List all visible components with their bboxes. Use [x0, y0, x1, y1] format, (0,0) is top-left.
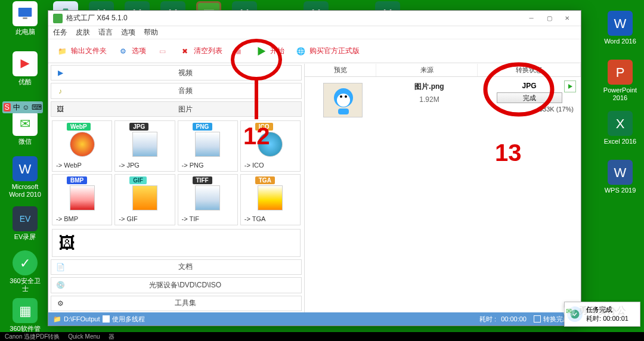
- desktop-icon-pc[interactable]: 此电脑: [7, 1, 43, 36]
- thumb-icon: [258, 132, 283, 157]
- toolbar: 📁输出文件夹 ⚙选项 ▭ ✖清空列表 ◼ 开始 🌐购买官方正式版: [48, 39, 581, 63]
- svg-point-4: [340, 95, 342, 98]
- category-video[interactable]: ▶视频: [51, 65, 302, 80]
- thumb-icon: [70, 132, 95, 157]
- tile-webp[interactable]: WebP-> WebP: [52, 120, 112, 172]
- left-pane: ▶视频 ♪音频 🖼图片 WebP-> WebP JPG-> JPG PNG-> …: [48, 64, 305, 312]
- desktop-icon-360safe[interactable]: ✓360安全卫士: [7, 250, 43, 293]
- tile-png[interactable]: PNG-> PNG: [178, 120, 238, 172]
- desktop-icon-label: Microsoft Word 2010: [7, 183, 43, 199]
- elapsed-value: 00:00:00: [501, 315, 527, 323]
- app-icon: [53, 14, 63, 23]
- tile-tga[interactable]: TGA-> TGA: [240, 174, 301, 225]
- category-tools[interactable]: ⚙工具集: [51, 296, 302, 311]
- output-size: 333K (17%): [480, 106, 578, 113]
- thumb-icon: [195, 185, 220, 210]
- thumb-icon: [70, 185, 95, 210]
- menu-help[interactable]: 帮助: [144, 27, 158, 38]
- elapsed-label: 耗时 :: [479, 315, 496, 324]
- desktop-icon-wps2019[interactable]: WWPS 2019: [602, 160, 638, 194]
- desktop-icon-label: Word 2016: [604, 38, 636, 45]
- ime-mode[interactable]: 中: [13, 103, 20, 113]
- source-cell: 图片.png 1.92M: [379, 79, 480, 104]
- desktop-icon-label: 360安全卫士: [7, 277, 43, 293]
- taskbar[interactable]: Canon 迅捷PDF转换 Quick Menu 器: [0, 332, 644, 341]
- output-path[interactable]: D:\FFOutput: [64, 315, 100, 323]
- buy-button[interactable]: 🌐购买官方正式版: [292, 45, 362, 58]
- ime-emoji[interactable]: ☺: [22, 103, 29, 111]
- tools-icon: ⚙: [51, 299, 69, 308]
- statusbar: 📁 D:\FFOutput 使用多线程 耗时 : 00:00:00 转换完成后: [48, 312, 581, 326]
- preview-thumbnail: [323, 83, 363, 117]
- desktop-icon-ppt2016[interactable]: PPowerPoint 2016: [602, 60, 638, 102]
- taskbar-item[interactable]: Canon 迅捷PDF转换: [5, 333, 60, 341]
- status-done-button[interactable]: 完成: [497, 92, 562, 103]
- picture-icon: 🖼: [51, 105, 69, 113]
- clear-list-button[interactable]: ✖清空列表: [176, 45, 225, 58]
- clear-icon: ✖: [178, 45, 191, 58]
- remove-button[interactable]: ▭: [153, 45, 171, 58]
- desktop-icon-wechat[interactable]: ✉微信: [7, 111, 43, 145]
- header-status[interactable]: 转换状态: [478, 64, 581, 76]
- options-button[interactable]: ⚙选项: [114, 45, 148, 58]
- gear-icon: ⚙: [116, 45, 129, 58]
- menu-lang[interactable]: 语言: [98, 27, 113, 38]
- afterdone-checkbox[interactable]: [534, 315, 541, 323]
- desktop-icon-label: 此电脑: [16, 28, 35, 36]
- close-button[interactable]: ✕: [558, 13, 576, 24]
- tile-ico[interactable]: ICO-> ICO: [240, 120, 301, 172]
- desktop-icon-ev[interactable]: EVEV录屏: [7, 206, 43, 241]
- multithread-checkbox[interactable]: [103, 315, 110, 323]
- svg-point-5: [345, 95, 347, 98]
- right-pane: 预览 来源 转换状态 图片.png 1.92M JPG: [305, 64, 581, 312]
- format-tiles: WebP-> WebP JPG-> JPG PNG-> PNG ICO-> IC…: [48, 118, 304, 228]
- menu-skin[interactable]: 皮肤: [76, 27, 90, 38]
- video-icon: ▶: [51, 69, 69, 77]
- desktop-icon-youku[interactable]: 优酷: [7, 51, 43, 86]
- desktop-icon-label: 优酷: [18, 78, 32, 86]
- minimize-button[interactable]: ─: [522, 13, 540, 24]
- tile-gif[interactable]: GIF-> GIF: [114, 174, 175, 225]
- multithread-label: 使用多线程: [112, 315, 145, 324]
- category-disc[interactable]: 💿光驱设备\DVD\CD\ISO: [51, 277, 302, 293]
- desktop-icon-label: Excel 2016: [604, 138, 636, 145]
- ime-kbd[interactable]: ⌨: [32, 103, 42, 111]
- tile-jpg[interactable]: JPG-> JPG: [114, 120, 175, 172]
- category-picture[interactable]: 🖼图片: [51, 101, 302, 117]
- header-preview[interactable]: 预览: [305, 64, 376, 76]
- desktop-icon-excel2016[interactable]: XExcel 2016: [602, 111, 638, 145]
- ime-bar[interactable]: S 中 ☺ ⌨: [2, 101, 43, 113]
- file-row[interactable]: 图片.png 1.92M JPG 完成 333K (17%): [305, 77, 581, 123]
- desktop-icon-label: PowerPoint 2016: [602, 86, 638, 102]
- menubar: 任务 皮肤 语言 选项 帮助: [48, 26, 581, 39]
- tile-tif[interactable]: TIFF-> TIF: [178, 174, 238, 225]
- status-cell: JPG 完成 333K (17%): [480, 79, 578, 113]
- stop-icon: ◼: [232, 45, 245, 58]
- play-result-button[interactable]: [564, 80, 576, 92]
- filesize: 1.92M: [379, 95, 480, 104]
- folder-mini-icon[interactable]: 📁: [53, 315, 61, 323]
- desktop-icon-label: EV录屏: [14, 233, 36, 241]
- watermark-text: 勇哥爱办公: [578, 305, 626, 317]
- titlebar[interactable]: 格式工厂 X64 5.1.0 ─ ▢ ✕: [48, 11, 581, 26]
- desktop: 此电脑 X X X ▦ X X X 优酷 ✉微信 WMicrosoft Word…: [0, 0, 644, 341]
- menu-task[interactable]: 任务: [53, 27, 67, 38]
- tile-bmp[interactable]: BMP-> BMP: [52, 174, 112, 225]
- wechat-icon: ✉: [563, 305, 575, 317]
- start-button[interactable]: 开始: [252, 45, 287, 58]
- desktop-icon-word2010[interactable]: WMicrosoft Word 2010: [7, 156, 43, 199]
- header-source[interactable]: 来源: [376, 64, 478, 76]
- category-audio[interactable]: ♪音频: [51, 83, 302, 98]
- output-folder-button[interactable]: 📁输出文件夹: [53, 45, 109, 58]
- thumb-icon: [132, 185, 157, 210]
- stop-button[interactable]: ◼: [230, 45, 247, 58]
- tile-more[interactable]: 🖼: [52, 229, 301, 256]
- taskbar-item[interactable]: 器: [109, 333, 114, 341]
- desktop-icon-label: WPS 2019: [605, 187, 636, 194]
- desktop-icon-word2016[interactable]: WWord 2016: [602, 11, 638, 45]
- menu-options[interactable]: 选项: [121, 27, 135, 38]
- maximize-button[interactable]: ▢: [540, 13, 558, 24]
- taskbar-item[interactable]: Quick Menu: [68, 333, 100, 340]
- thumb-icon: [258, 185, 283, 210]
- category-document[interactable]: 📄文档: [51, 259, 302, 275]
